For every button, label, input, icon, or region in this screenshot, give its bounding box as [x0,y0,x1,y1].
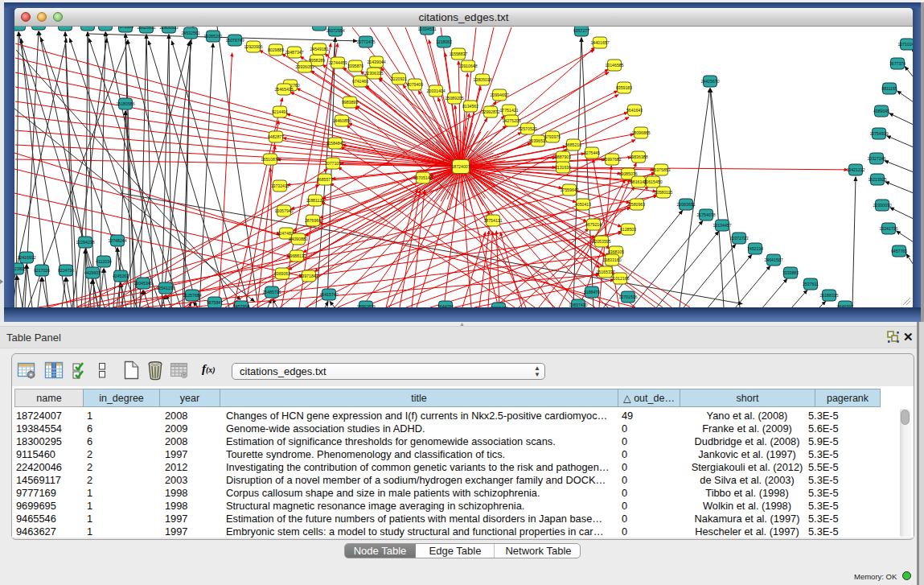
svg-text:19688132: 19688132 [287,253,306,258]
svg-text:15375853: 15375853 [651,167,670,172]
svg-text:23833160: 23833160 [602,257,621,262]
svg-text:13732411: 13732411 [271,183,290,188]
svg-text:22806503: 22806503 [159,27,178,30]
svg-text:8811165: 8811165 [881,86,897,91]
svg-text:10323815: 10323815 [14,266,27,271]
svg-text:10334531: 10334531 [417,27,436,31]
svg-text:4245263: 4245263 [113,274,129,278]
svg-text:8685577: 8685577 [317,177,333,182]
svg-text:19285201: 19285201 [203,34,222,39]
svg-text:16415740: 16415740 [319,292,338,297]
svg-text:11584847: 11584847 [326,141,345,146]
svg-text:2077105: 2077105 [325,161,341,166]
svg-text:2580963: 2580963 [629,202,645,207]
svg-text:9214491: 9214491 [272,109,288,114]
svg-text:23487347: 23487347 [285,50,303,55]
svg-text:2876966: 2876966 [305,218,321,223]
svg-text:6482877: 6482877 [268,134,284,139]
svg-text:16072954: 16072954 [326,28,344,33]
svg-text:3220921: 3220921 [391,76,407,81]
svg-text:24549181: 24549181 [310,47,328,51]
svg-text:22306335: 22306335 [364,71,383,76]
svg-text:24641507: 24641507 [764,257,782,262]
svg-text:24532561: 24532561 [181,31,199,35]
svg-text:7452134: 7452134 [747,246,763,251]
svg-text:4389045: 4389045 [873,109,889,113]
svg-text:5641643: 5641643 [626,108,643,113]
svg-text:20615450: 20615450 [643,179,662,184]
svg-text:10710248: 10710248 [897,42,913,47]
svg-text:21257684: 21257684 [183,293,201,298]
svg-text:20031404: 20031404 [426,89,445,93]
svg-text:14460856: 14460856 [332,118,351,123]
svg-text:16705148: 16705148 [413,175,432,180]
svg-text:4679214: 4679214 [585,222,602,227]
svg-text:12920906: 12920906 [244,44,262,49]
svg-text:25465435: 25465435 [274,87,293,92]
svg-text:6368105: 6368105 [608,249,624,254]
svg-text:21439044: 21439044 [367,60,385,64]
svg-text:6357277: 6357277 [573,28,589,33]
svg-text:8806804: 8806804 [14,27,27,27]
svg-text:12541238: 12541238 [156,286,175,290]
svg-text:4112034: 4112034 [96,259,112,264]
svg-text:16510878: 16510878 [261,157,279,162]
svg-text:14275203: 14275203 [502,118,520,123]
svg-text:3677374: 3677374 [889,61,906,66]
svg-text:13241736: 13241736 [879,226,897,231]
svg-text:16213925: 16213925 [868,177,886,182]
svg-text:21012166: 21012166 [610,276,629,281]
svg-text:19832259: 19832259 [96,27,114,27]
svg-text:6217026: 6217026 [34,268,50,273]
svg-text:5685216: 5685216 [565,142,581,147]
svg-text:23188315: 23188315 [819,293,838,298]
svg-text:10327246: 10327246 [867,156,885,161]
svg-text:25485735: 25485735 [262,290,281,295]
svg-text:19836388: 19836388 [629,154,647,159]
svg-text:12416912: 12416912 [17,255,35,260]
svg-text:20994697: 20994697 [490,93,508,97]
svg-text:8224730: 8224730 [58,268,74,273]
svg-text:6128503: 6128503 [620,227,636,232]
svg-text:25025631: 25025631 [137,27,155,30]
svg-text:14401657: 14401657 [590,40,609,45]
svg-text:13754919: 13754919 [869,131,888,136]
svg-text:15076749: 15076749 [225,38,244,43]
svg-text:13910648: 13910648 [458,64,477,68]
svg-text:9875847: 9875847 [207,300,223,305]
svg-text:5793975: 5793975 [544,134,561,139]
svg-text:22744459: 22744459 [328,60,347,65]
svg-text:8029889: 8029889 [268,47,284,52]
svg-text:13805018: 13805018 [473,77,491,82]
svg-text:18096865: 18096865 [631,130,650,135]
svg-text:6742460: 6742460 [352,79,368,84]
svg-text:20580115: 20580115 [655,190,673,195]
svg-text:8369062: 8369062 [274,271,290,276]
svg-text:11558837: 11558837 [450,51,468,56]
svg-text:11881122: 11881122 [306,198,324,203]
svg-text:13421212: 13421212 [846,167,864,172]
svg-text:12294238: 12294238 [76,240,94,245]
svg-text:22992872: 22992872 [481,109,499,114]
svg-text:22570529: 22570529 [518,126,536,131]
svg-text:24425670: 24425670 [700,79,719,84]
svg-text:8079409: 8079409 [407,82,423,87]
svg-text:5188470: 5188470 [584,290,600,295]
svg-text:22053595: 22053595 [592,239,610,244]
svg-text:23936053: 23936053 [295,64,314,69]
svg-text:15165337: 15165337 [596,270,614,274]
svg-text:13134457: 13134457 [713,223,731,228]
svg-text:20372723: 20372723 [729,236,748,241]
svg-text:23971842: 23971842 [299,274,318,278]
svg-text:13045349: 13045349 [133,281,152,286]
svg-text:25997682: 25997682 [602,157,621,162]
svg-text:3131636: 3131636 [555,165,571,170]
svg-text:9275445: 9275445 [584,150,600,155]
svg-text:13701506: 13701506 [618,295,637,299]
svg-text:22093651: 22093651 [676,202,695,207]
svg-text:9983893: 9983893 [342,100,358,105]
svg-text:25089205: 25089205 [445,96,463,101]
svg-text:7671884: 7671884 [117,27,133,29]
svg-text:1218062: 1218062 [436,39,452,44]
svg-text:3395870: 3395870 [347,64,363,68]
